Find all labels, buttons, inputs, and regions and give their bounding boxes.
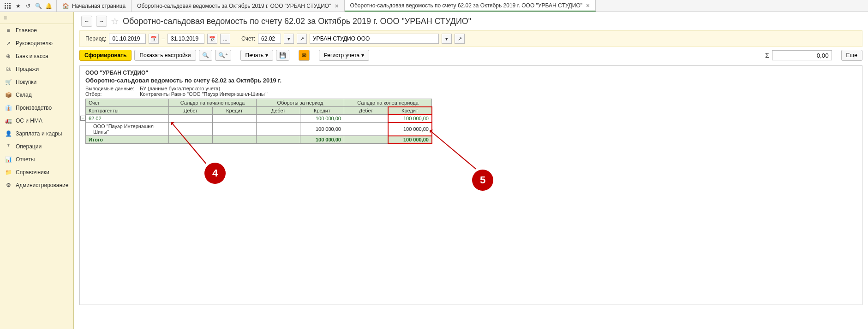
history-icon[interactable]: ↺ (24, 2, 32, 10)
sidebar-item-label: Отчеты (16, 156, 35, 163)
annotation-5: 5 (472, 170, 493, 191)
annotation-4: 4 (204, 163, 226, 184)
truck-icon: 🚛 (5, 117, 12, 124)
folder-icon: 📁 (5, 169, 12, 176)
menu-icon: ≡ (4, 15, 7, 21)
sidebar-item-purchases[interactable]: 🛒 Покупки (0, 76, 73, 88)
sidebar-item-label: Покупки (16, 79, 36, 85)
cell-name: −62.02 (86, 115, 169, 123)
arrow-right-icon: → (99, 18, 104, 24)
svg-rect-6 (5, 7, 6, 9)
collapse-icon[interactable]: − (80, 116, 85, 121)
sidebar-item-label: Операции (16, 143, 42, 150)
account-input[interactable] (258, 34, 281, 44)
open-icon[interactable]: ↗ (455, 34, 465, 44)
sidebar-item-label: Производство (16, 105, 52, 111)
date-to-input[interactable] (168, 34, 204, 44)
sidebar-item-production[interactable]: 👔 Производство (0, 101, 73, 114)
sidebar: ≡ ≡ Главное ↗ Руководителю ⊕ Банк и касс… (0, 12, 74, 329)
close-icon[interactable]: × (586, 2, 590, 9)
sidebar-item-reports[interactable]: 📊 Отчеты (0, 153, 73, 166)
apps-icon[interactable] (4, 2, 12, 10)
period-select-button[interactable]: ... (220, 34, 230, 44)
settings-button[interactable]: Показать настройки (134, 50, 196, 61)
registry-button[interactable]: Регистр учета ▾ (319, 50, 369, 61)
sidebar-item-warehouse[interactable]: 📦 Склад (0, 88, 73, 101)
more-button[interactable]: Еще (841, 50, 862, 61)
svg-rect-4 (7, 5, 8, 6)
sidebar-item-label: Зарплата и кадры (16, 130, 62, 137)
tab-label: Оборотно-сальдовая ведомость по счету 62… (350, 2, 583, 9)
table-header-row2: Контрагенты Дебет Кредит Дебет Кредит Де… (86, 107, 432, 115)
sidebar-item-operations[interactable]: ᵀ Операции (0, 140, 73, 153)
date-from-input[interactable] (109, 34, 146, 44)
sidebar-item-label: ОС и НМА (16, 118, 42, 124)
tab-home[interactable]: 🏠 Начальная страница (57, 0, 132, 12)
save-button[interactable]: 💾 (276, 50, 289, 61)
th-debit2: Дебет (257, 107, 300, 115)
home-icon: 🏠 (62, 3, 69, 9)
mail-button[interactable]: ✉ (299, 50, 310, 61)
tab-report1[interactable]: Оборотно-сальдовая ведомость за Октябрь … (132, 0, 344, 12)
money-icon: ⊕ (5, 53, 12, 60)
table-row[interactable]: −62.02 100 000,00 100 000,00 (86, 115, 432, 123)
th-contragent: Контрагенты (86, 107, 169, 115)
generate-button[interactable]: Сформировать (79, 50, 132, 61)
cell-db3 (344, 115, 388, 123)
report-meta2: Отбор: Контрагенты Равно "ООО "Пауэр Инт… (85, 91, 856, 97)
cell-cr3: 100 000,00 (388, 115, 432, 123)
sidebar-item-catalogs[interactable]: 📁 Справочники (0, 166, 73, 179)
sidebar-item-label: Главное (16, 27, 37, 34)
dropdown-icon[interactable]: ▾ (442, 34, 452, 44)
svg-rect-0 (5, 3, 6, 4)
gear-icon: ⚙ (5, 182, 12, 189)
cell-db2 (257, 115, 300, 123)
cell-total-label: Итого (86, 136, 169, 144)
search-sum-button[interactable]: 🔍⁺ (215, 50, 231, 61)
sidebar-item-main[interactable]: ≡ Главное (0, 24, 73, 37)
svg-rect-1 (7, 3, 8, 4)
sidebar-toggle[interactable]: ≡ (0, 12, 73, 24)
calendar-icon[interactable]: 📅 (207, 34, 217, 44)
sidebar-item-sales[interactable]: 🛍 Продажи (0, 63, 73, 76)
bars-icon: 📊 (5, 156, 12, 163)
favorite-star[interactable]: ☆ (111, 16, 119, 27)
print-button[interactable]: Печать ▾ (240, 50, 273, 61)
sidebar-item-admin[interactable]: ⚙ Администрирование (0, 179, 73, 192)
bell-icon[interactable]: 🔔 (44, 2, 53, 10)
arrow-left-icon: ← (84, 18, 90, 24)
th-end: Сальдо на конец периода (344, 99, 432, 107)
sum-input[interactable] (772, 50, 832, 60)
search-button[interactable]: 🔍 (199, 50, 212, 61)
sidebar-item-bank[interactable]: ⊕ Банк и касса (0, 50, 73, 63)
sidebar-item-label: Банк и касса (16, 53, 48, 59)
cell-db3 (344, 123, 388, 136)
report-title: Оборотно-сальдовая ведомость по счету 62… (85, 77, 856, 84)
close-icon[interactable]: × (335, 2, 338, 10)
open-icon[interactable]: ↗ (297, 34, 307, 44)
sidebar-item-assets[interactable]: 🚛 ОС и НМА (0, 114, 73, 127)
star-icon[interactable]: ★ (14, 2, 22, 10)
cell-cr1 (213, 115, 257, 123)
sidebar-item-manager[interactable]: ↗ Руководителю (0, 37, 73, 50)
table-row[interactable]: ООО "Пауэр Интернэшнл-Шины" 100 000,00 1… (86, 123, 432, 136)
period-label: Период: (85, 35, 106, 42)
org-input[interactable] (310, 34, 439, 44)
calendar-icon[interactable]: 📅 (149, 34, 159, 44)
sidebar-item-label: Склад (16, 92, 32, 98)
page-title: Оборотно-сальдовая ведомость по счету 62… (123, 17, 471, 26)
sidebar-item-label: Справочники (16, 169, 49, 176)
forward-button[interactable]: → (96, 16, 107, 27)
sidebar-item-label: Руководителю (16, 40, 53, 47)
tab-label: Оборотно-сальдовая ведомость за Октябрь … (137, 3, 331, 9)
th-turnover: Обороты за период (257, 99, 344, 107)
back-button[interactable]: ← (81, 16, 92, 27)
tab-report2[interactable]: Оборотно-сальдовая ведомость по счету 62… (345, 0, 596, 12)
topbar: ★ ↺ 🔍 🔔 🏠 Начальная страница Оборотно-са… (0, 0, 868, 12)
cell-db1 (169, 123, 213, 136)
sidebar-item-salary[interactable]: 👤 Зарплата и кадры (0, 127, 73, 140)
dropdown-icon[interactable]: ▾ (284, 34, 294, 44)
search-icon[interactable]: 🔍 (34, 2, 42, 10)
list-icon: ≡ (5, 27, 12, 34)
table-total-row: Итого 100 000,00 100 000,00 (86, 136, 432, 144)
